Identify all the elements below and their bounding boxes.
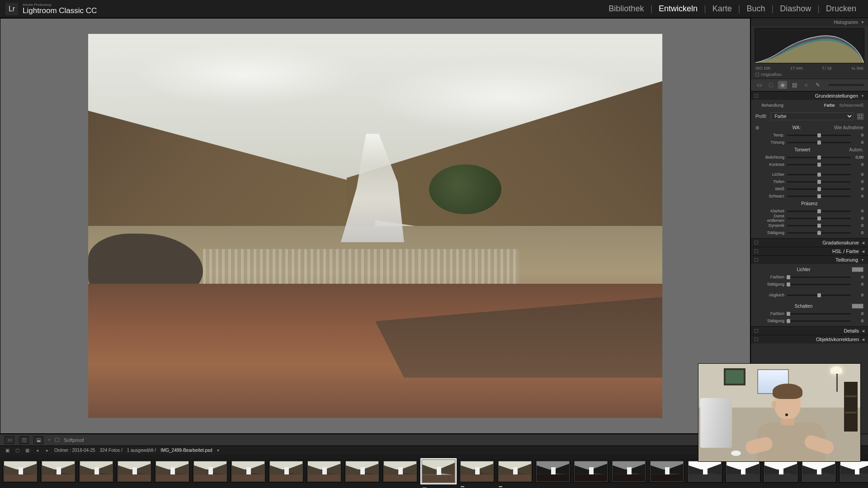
vibrance-slider[interactable]	[787, 225, 851, 226]
module-buch[interactable]: Buch	[741, 4, 772, 14]
module-karte[interactable]: Karte	[706, 4, 738, 14]
tool-size-slider[interactable]	[829, 84, 864, 86]
split-sh-swatch[interactable]	[852, 304, 863, 309]
thumbnail[interactable]	[535, 460, 571, 483]
thumbnail[interactable]	[725, 460, 760, 483]
treatment-color[interactable]: Farbe	[824, 103, 835, 108]
histogram-header[interactable]: Histogramm ▼	[751, 18, 868, 26]
curve-panel-header[interactable]: Gradationskurve◀	[751, 238, 868, 247]
temp-value[interactable]: 0	[851, 133, 863, 137]
second-window-2-icon[interactable]: ▢	[14, 448, 20, 453]
dehaze-value[interactable]: 0	[851, 216, 863, 221]
forward-icon[interactable]: ▸	[44, 448, 50, 453]
dehaze-slider[interactable]	[787, 218, 851, 219]
module-diashow[interactable]: Diashow	[774, 4, 817, 14]
contrast-value[interactable]: 0	[851, 162, 863, 167]
split-panel-header[interactable]: Teiltonung▼	[751, 255, 868, 264]
thumbnail[interactable]	[344, 460, 380, 483]
module-bibliothek[interactable]: Bibliothek	[602, 4, 650, 14]
hsl-panel-header[interactable]: HSL / Farbe◀	[751, 247, 868, 255]
module-entwickeln[interactable]: Entwickeln	[652, 4, 704, 14]
brush-tool[interactable]: ✎	[813, 81, 822, 89]
whites-value[interactable]: 0	[851, 187, 863, 191]
temp-slider[interactable]	[787, 135, 851, 136]
crop-tool[interactable]: ▭	[755, 81, 764, 89]
compare-view-icon[interactable]: ◫	[19, 436, 29, 444]
thumbnail[interactable]: •••••	[420, 458, 457, 484]
second-window-icon[interactable]: ▣	[5, 448, 10, 453]
profile-browser-icon[interactable]	[857, 113, 863, 120]
thumbnail[interactable]	[649, 460, 684, 483]
thumbnail[interactable]	[839, 460, 868, 483]
split-sh-header: Schatten	[795, 304, 812, 309]
highlights-slider[interactable]	[787, 174, 851, 175]
shadows-slider[interactable]	[787, 181, 851, 183]
basic-panel-header[interactable]: Grundeinstellungen ▼	[751, 91, 868, 100]
treatment-bw[interactable]: Schwarzweiß	[839, 103, 863, 108]
collapse-icon[interactable]: ▼	[861, 20, 864, 24]
split-sh-sat-slider[interactable]	[787, 320, 851, 322]
clarity-value[interactable]: 0	[851, 209, 863, 213]
thumbnail[interactable]	[687, 460, 722, 483]
thumbnail[interactable]	[155, 460, 190, 483]
exposure-slider[interactable]	[787, 157, 851, 158]
tint-value[interactable]: 0	[851, 140, 863, 145]
split-hi-swatch[interactable]	[852, 267, 863, 272]
shadows-value[interactable]: 0	[851, 179, 863, 184]
thumbnail[interactable]	[801, 460, 836, 483]
thumbnail[interactable]	[269, 460, 304, 483]
collapse-icon[interactable]: ▼	[861, 94, 864, 98]
gradient-tool[interactable]: ▤	[790, 81, 799, 89]
photo-canvas[interactable]	[88, 34, 662, 418]
split-sh-hue-slider[interactable]	[787, 313, 851, 314]
spot-tool[interactable]: ◌	[766, 81, 775, 89]
blacks-slider[interactable]	[787, 196, 851, 197]
softproof-checkbox[interactable]	[55, 438, 59, 442]
thumbnail[interactable]	[3, 460, 38, 483]
thumbnail[interactable]	[79, 460, 114, 483]
split-balance-slider[interactable]	[787, 295, 851, 296]
profile-select[interactable]: Farbe	[771, 113, 854, 120]
wb-preset[interactable]: Wie Aufnahme	[834, 125, 863, 130]
thumbnail[interactable]	[307, 460, 342, 483]
folder-path[interactable]: Ordner : 2018-04-25	[54, 448, 95, 453]
module-drucken[interactable]: Drucken	[820, 4, 863, 14]
thumbnail[interactable]	[193, 460, 228, 483]
split-hi-hue-slider[interactable]	[787, 277, 851, 278]
radial-tool[interactable]: ○	[802, 81, 811, 89]
loupe-view-icon[interactable]: ▭	[5, 436, 14, 444]
tint-slider[interactable]	[787, 142, 851, 143]
thumbnail[interactable]	[117, 460, 152, 483]
grid-icon[interactable]: ▦	[24, 448, 30, 453]
checkbox-icon[interactable]	[755, 73, 759, 76]
blacks-value[interactable]: 0	[851, 194, 863, 198]
thumbnail[interactable]	[573, 460, 609, 483]
before-after-icon[interactable]: ⬓	[33, 436, 43, 444]
detail-panel-header[interactable]: Details◀	[751, 326, 868, 335]
photo-count: 324 Fotos /	[100, 448, 123, 453]
histogram[interactable]	[755, 28, 864, 63]
vibrance-label: Dynamik	[755, 223, 787, 228]
thumbnail[interactable]	[382, 460, 418, 483]
whites-slider[interactable]	[787, 188, 851, 190]
lens-panel-header[interactable]: Objektivkorrekturen◀	[751, 335, 868, 343]
canvas-area[interactable]	[0, 18, 750, 434]
thumbnail[interactable]	[611, 460, 646, 483]
auto-tone[interactable]: Autom.	[849, 147, 863, 152]
thumbnail[interactable]	[41, 460, 76, 483]
redeye-tool[interactable]: ◉	[778, 81, 787, 89]
back-icon[interactable]: ◂	[34, 448, 40, 453]
clarity-slider[interactable]	[787, 211, 851, 212]
thumbnail[interactable]: ••••	[497, 460, 533, 483]
split-hi-sat-slider[interactable]	[787, 284, 851, 285]
thumbnail[interactable]	[231, 460, 266, 483]
vibrance-value[interactable]: 0	[851, 223, 863, 228]
original-toggle[interactable]: Originalfoto	[751, 71, 868, 79]
saturation-slider[interactable]	[787, 232, 851, 234]
thumbnail[interactable]	[763, 460, 798, 483]
exposure-value[interactable]: 0,00	[851, 155, 863, 160]
thumbnail[interactable]: ••••	[459, 460, 495, 483]
saturation-value[interactable]: 0	[851, 230, 863, 235]
contrast-slider[interactable]	[787, 164, 851, 165]
highlights-value[interactable]: 0	[851, 172, 863, 177]
